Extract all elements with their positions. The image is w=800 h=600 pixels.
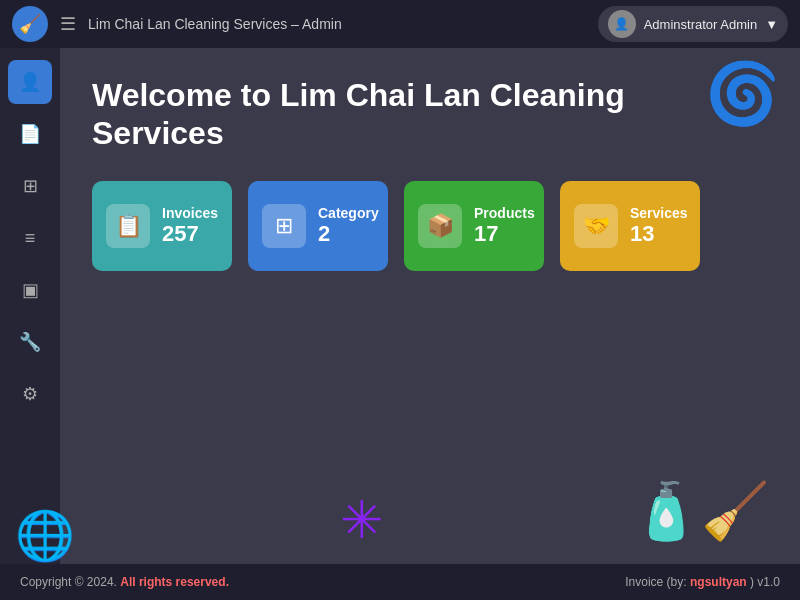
dropdown-icon: ▼: [765, 17, 778, 32]
sidebar-item-grid[interactable]: ⊞: [8, 164, 52, 208]
category-icon: ⊞: [262, 204, 306, 248]
navbar-title: Lim Chai Lan Cleaning Services – Admin: [88, 16, 586, 32]
navbar: 🧹 ☰ Lim Chai Lan Cleaning Services – Adm…: [0, 0, 800, 48]
card-invoices[interactable]: 📋 Invoices 257: [92, 181, 232, 271]
footer-author: ngsultyan: [690, 575, 747, 589]
invoices-icon: 📋: [106, 204, 150, 248]
services-label: Services: [630, 205, 688, 221]
footer-copyright-static: Copyright © 2024.: [20, 575, 117, 589]
sidebar-item-box[interactable]: ▣: [8, 268, 52, 312]
list-icon: ≡: [25, 228, 36, 249]
main-layout: 👤 📄 ⊞ ≡ ▣ 🔧 ⚙ 🌀 Welcome to Lim Chai Lan …: [0, 48, 800, 564]
user-menu[interactable]: 👤 Adminstrator Admin ▼: [598, 6, 788, 42]
grid-icon: ⊞: [23, 175, 38, 197]
deco-cleaning: 🧴🧹: [632, 479, 770, 544]
products-count: 17: [474, 221, 535, 247]
deco-spiral: 🌀: [705, 58, 780, 129]
invoices-label: Invoices: [162, 205, 218, 221]
card-services[interactable]: 🤝 Services 13: [560, 181, 700, 271]
hamburger-button[interactable]: ☰: [60, 13, 76, 35]
footer: Copyright © 2024. All rights reserved. I…: [0, 564, 800, 600]
footer-version: Invoice (by: ngsultyan ) v1.0: [625, 575, 780, 589]
sidebar-item-list[interactable]: ≡: [8, 216, 52, 260]
products-icon: 📦: [418, 204, 462, 248]
footer-rights: All rights reserved.: [120, 575, 229, 589]
user-label: Adminstrator Admin: [644, 17, 757, 32]
app-logo: 🧹: [12, 6, 48, 42]
invoices-count: 257: [162, 221, 218, 247]
documents-icon: 📄: [19, 123, 41, 145]
footer-version-num: ) v1.0: [747, 575, 780, 589]
stats-cards: 📋 Invoices 257 ⊞ Category 2 📦 Products 1…: [92, 181, 768, 271]
share-icon: ⚙: [22, 383, 38, 405]
tools-icon: 🔧: [19, 331, 41, 353]
card-products[interactable]: 📦 Products 17: [404, 181, 544, 271]
category-count: 2: [318, 221, 379, 247]
avatar: 👤: [608, 10, 636, 38]
card-category[interactable]: ⊞ Category 2: [248, 181, 388, 271]
main-content: 🌀 Welcome to Lim Chai Lan Cleaning Servi…: [60, 48, 800, 564]
page-title: Welcome to Lim Chai Lan Cleaning Service…: [92, 76, 632, 153]
footer-invoice-by: Invoice (by:: [625, 575, 690, 589]
footer-copyright: Copyright © 2024. All rights reserved.: [20, 575, 229, 589]
services-icon: 🤝: [574, 204, 618, 248]
category-label: Category: [318, 205, 379, 221]
services-count: 13: [630, 221, 688, 247]
dashboard-icon: 👤: [19, 71, 41, 93]
box-icon: ▣: [22, 279, 39, 301]
sidebar-item-share[interactable]: ⚙: [8, 372, 52, 416]
sidebar-item-dashboard[interactable]: 👤: [8, 60, 52, 104]
sidebar-item-documents[interactable]: 📄: [8, 112, 52, 156]
sidebar: 👤 📄 ⊞ ≡ ▣ 🔧 ⚙: [0, 48, 60, 564]
sidebar-item-tools[interactable]: 🔧: [8, 320, 52, 364]
products-label: Products: [474, 205, 535, 221]
